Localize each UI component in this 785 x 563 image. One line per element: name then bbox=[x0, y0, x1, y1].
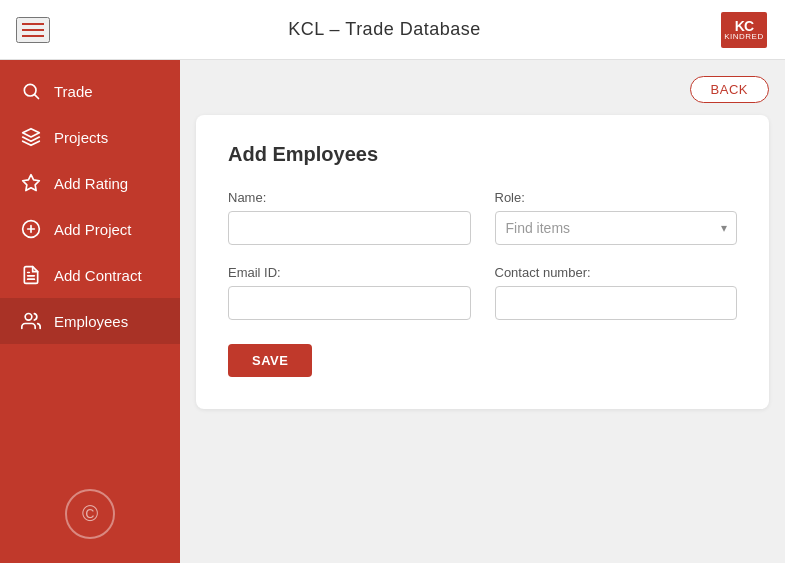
sidebar-label-projects: Projects bbox=[54, 129, 108, 146]
card-title: Add Employees bbox=[228, 143, 737, 166]
sidebar-label-add-contract: Add Contract bbox=[54, 267, 142, 284]
sidebar-item-trade[interactable]: Trade bbox=[0, 68, 180, 114]
back-button[interactable]: BACK bbox=[690, 76, 769, 103]
role-select[interactable]: Find items bbox=[495, 211, 738, 245]
form-group-email: Email ID: bbox=[228, 265, 471, 320]
back-row: BACK bbox=[196, 76, 769, 103]
form-row-email-contact: Email ID: Contact number: bbox=[228, 265, 737, 320]
email-input[interactable] bbox=[228, 286, 471, 320]
svg-line-1 bbox=[35, 95, 39, 99]
form-group-contact: Contact number: bbox=[495, 265, 738, 320]
contact-input[interactable] bbox=[495, 286, 738, 320]
logo: KC KINDRED bbox=[719, 10, 769, 50]
plus-circle-icon bbox=[20, 218, 42, 240]
email-label: Email ID: bbox=[228, 265, 471, 280]
sidebar-item-employees[interactable]: Employees bbox=[0, 298, 180, 344]
sidebar-label-trade: Trade bbox=[54, 83, 93, 100]
svg-point-0 bbox=[24, 84, 36, 96]
sidebar-footer: © bbox=[0, 473, 180, 555]
document-icon bbox=[20, 264, 42, 286]
form-card: Add Employees Name: Role: Find items ▾ bbox=[196, 115, 769, 409]
header-title: KCL – Trade Database bbox=[288, 19, 480, 40]
svg-marker-3 bbox=[23, 175, 40, 191]
contact-label: Contact number: bbox=[495, 265, 738, 280]
sidebar-label-employees: Employees bbox=[54, 313, 128, 330]
sidebar-item-add-contract[interactable]: Add Contract bbox=[0, 252, 180, 298]
main-content: BACK Add Employees Name: Role: Find item… bbox=[180, 60, 785, 563]
sidebar: Trade Projects Add Rating bbox=[0, 60, 180, 563]
svg-point-9 bbox=[25, 314, 32, 321]
save-button[interactable]: SAVE bbox=[228, 344, 312, 377]
sidebar-label-add-project: Add Project bbox=[54, 221, 132, 238]
menu-button[interactable] bbox=[16, 17, 50, 43]
role-label: Role: bbox=[495, 190, 738, 205]
sidebar-item-add-rating[interactable]: Add Rating bbox=[0, 160, 180, 206]
svg-marker-2 bbox=[23, 129, 40, 137]
sidebar-item-add-project[interactable]: Add Project bbox=[0, 206, 180, 252]
name-input[interactable] bbox=[228, 211, 471, 245]
star-icon bbox=[20, 172, 42, 194]
copyright-icon: © bbox=[65, 489, 115, 539]
layout: Trade Projects Add Rating bbox=[0, 60, 785, 563]
form-group-name: Name: bbox=[228, 190, 471, 245]
search-icon bbox=[20, 80, 42, 102]
people-icon bbox=[20, 310, 42, 332]
form-group-role: Role: Find items ▾ bbox=[495, 190, 738, 245]
form-row-name-role: Name: Role: Find items ▾ bbox=[228, 190, 737, 245]
logo-text: KC bbox=[735, 19, 753, 33]
sidebar-label-add-rating: Add Rating bbox=[54, 175, 128, 192]
sidebar-item-projects[interactable]: Projects bbox=[0, 114, 180, 160]
layers-icon bbox=[20, 126, 42, 148]
name-label: Name: bbox=[228, 190, 471, 205]
header: KCL – Trade Database KC KINDRED bbox=[0, 0, 785, 60]
role-select-wrapper: Find items ▾ bbox=[495, 211, 738, 245]
